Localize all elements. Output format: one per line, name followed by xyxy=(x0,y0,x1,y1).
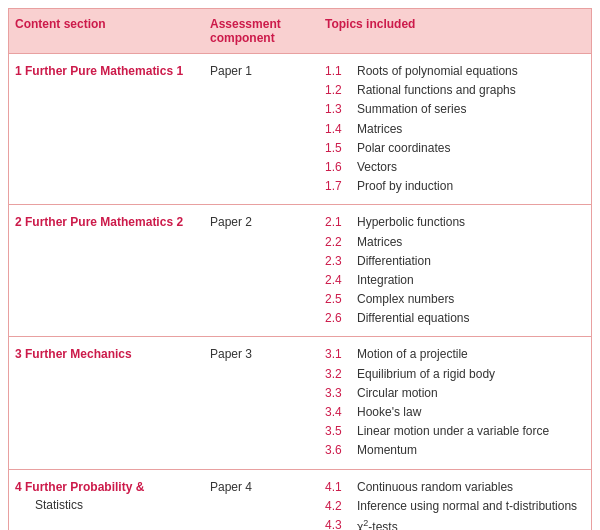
section-number: 1 xyxy=(15,64,25,78)
table-row: 1 Further Pure Mathematics 1Paper 11.1Ro… xyxy=(9,54,591,205)
section-number: 4 xyxy=(15,480,25,494)
topic-text: Hooke's law xyxy=(357,403,421,422)
topics-cell: 3.1Motion of a projectile3.2Equilibrium … xyxy=(325,345,585,460)
topic-item: 2.1Hyperbolic functions xyxy=(325,213,585,232)
topic-number: 3.3 xyxy=(325,384,357,403)
section-number: 3 xyxy=(15,347,25,361)
topic-item: 2.4Integration xyxy=(325,271,585,290)
content-section-cell: 1 Further Pure Mathematics 1 xyxy=(15,62,210,80)
topic-item: 2.6Differential equations xyxy=(325,309,585,328)
topic-text: Inference using normal and t-distributio… xyxy=(357,497,577,516)
main-table: Content section Assessment component Top… xyxy=(8,8,592,530)
topic-number: 3.5 xyxy=(325,422,357,441)
topic-item: 1.1Roots of polynomial equations xyxy=(325,62,585,81)
topic-number: 1.7 xyxy=(325,177,357,196)
topic-number: 2.4 xyxy=(325,271,357,290)
topic-item: 4.1Continuous random variables xyxy=(325,478,585,497)
topic-number: 1.6 xyxy=(325,158,357,177)
table-row: 4 Further Probability &StatisticsPaper 4… xyxy=(9,470,591,530)
content-section-cell: 4 Further Probability &Statistics xyxy=(15,478,210,514)
topic-text: Summation of series xyxy=(357,100,466,119)
topic-item: 4.3χ2-tests xyxy=(325,516,585,530)
topic-item: 3.3Circular motion xyxy=(325,384,585,403)
table-row: 3 Further MechanicsPaper 33.1Motion of a… xyxy=(9,337,591,469)
section-name: Further Pure Mathematics 2 xyxy=(25,215,183,229)
topic-text: Complex numbers xyxy=(357,290,454,309)
topics-cell: 1.1Roots of polynomial equations1.2Ratio… xyxy=(325,62,585,196)
topic-text: Polar coordinates xyxy=(357,139,450,158)
topic-item: 1.4Matrices xyxy=(325,120,585,139)
topic-number: 2.6 xyxy=(325,309,357,328)
assessment-cell: Paper 1 xyxy=(210,62,325,80)
topic-number: 1.1 xyxy=(325,62,357,81)
topic-item: 2.2Matrices xyxy=(325,233,585,252)
topic-text: Linear motion under a variable force xyxy=(357,422,549,441)
topic-item: 2.3Differentiation xyxy=(325,252,585,271)
paper-label: Paper 2 xyxy=(210,215,252,229)
topic-text: Circular motion xyxy=(357,384,438,403)
topic-item: 3.5Linear motion under a variable force xyxy=(325,422,585,441)
topic-item: 1.2Rational functions and graphs xyxy=(325,81,585,100)
topic-item: 1.6Vectors xyxy=(325,158,585,177)
header-content-section: Content section xyxy=(15,17,210,45)
topic-number: 4.3 xyxy=(325,516,357,530)
topic-number: 2.2 xyxy=(325,233,357,252)
topic-text: Matrices xyxy=(357,233,402,252)
topic-number: 1.3 xyxy=(325,100,357,119)
topics-cell: 2.1Hyperbolic functions2.2Matrices2.3Dif… xyxy=(325,213,585,328)
topic-text: Integration xyxy=(357,271,414,290)
topic-number: 2.1 xyxy=(325,213,357,232)
content-section-cell: 2 Further Pure Mathematics 2 xyxy=(15,213,210,231)
topic-number: 4.2 xyxy=(325,497,357,516)
topic-text: Roots of polynomial equations xyxy=(357,62,518,81)
topic-text: Proof by induction xyxy=(357,177,453,196)
topic-text: Equilibrium of a rigid body xyxy=(357,365,495,384)
header-topics: Topics included xyxy=(325,17,585,45)
paper-label: Paper 3 xyxy=(210,347,252,361)
topic-number: 1.4 xyxy=(325,120,357,139)
paper-label: Paper 4 xyxy=(210,480,252,494)
topic-number: 2.5 xyxy=(325,290,357,309)
topic-item: 1.5Polar coordinates xyxy=(325,139,585,158)
table-row: 2 Further Pure Mathematics 2Paper 22.1Hy… xyxy=(9,205,591,337)
topic-number: 3.4 xyxy=(325,403,357,422)
topic-number: 3.1 xyxy=(325,345,357,364)
table-body: 1 Further Pure Mathematics 1Paper 11.1Ro… xyxy=(9,54,591,530)
header-assessment: Assessment component xyxy=(210,17,325,45)
topic-number: 1.5 xyxy=(325,139,357,158)
topic-number: 3.2 xyxy=(325,365,357,384)
topic-text: Motion of a projectile xyxy=(357,345,468,364)
topic-text: Vectors xyxy=(357,158,397,177)
topic-text: χ2-tests xyxy=(357,516,398,530)
table-header: Content section Assessment component Top… xyxy=(9,9,591,54)
content-section-cell: 3 Further Mechanics xyxy=(15,345,210,363)
assessment-cell: Paper 2 xyxy=(210,213,325,231)
topic-number: 2.3 xyxy=(325,252,357,271)
topic-number: 1.2 xyxy=(325,81,357,100)
topic-item: 3.2Equilibrium of a rigid body xyxy=(325,365,585,384)
topic-item: 3.1Motion of a projectile xyxy=(325,345,585,364)
topic-text: Rational functions and graphs xyxy=(357,81,516,100)
topic-item: 3.4Hooke's law xyxy=(325,403,585,422)
assessment-cell: Paper 3 xyxy=(210,345,325,363)
section-name-cont: Statistics xyxy=(15,498,83,512)
topic-item: 2.5Complex numbers xyxy=(325,290,585,309)
topic-item: 1.3Summation of series xyxy=(325,100,585,119)
topic-item: 4.2Inference using normal and t-distribu… xyxy=(325,497,585,516)
topic-text: Differential equations xyxy=(357,309,470,328)
topic-number: 4.1 xyxy=(325,478,357,497)
section-name: Further Pure Mathematics 1 xyxy=(25,64,183,78)
section-number: 2 xyxy=(15,215,25,229)
topic-text: Hyperbolic functions xyxy=(357,213,465,232)
topic-item: 3.6Momentum xyxy=(325,441,585,460)
topic-number: 3.6 xyxy=(325,441,357,460)
topic-text: Differentiation xyxy=(357,252,431,271)
section-name: Further Probability & xyxy=(25,480,144,494)
topic-text: Matrices xyxy=(357,120,402,139)
assessment-cell: Paper 4 xyxy=(210,478,325,496)
topic-text: Momentum xyxy=(357,441,417,460)
section-name: Further Mechanics xyxy=(25,347,132,361)
topic-item: 1.7Proof by induction xyxy=(325,177,585,196)
topics-cell: 4.1Continuous random variables4.2Inferen… xyxy=(325,478,585,530)
paper-label: Paper 1 xyxy=(210,64,252,78)
